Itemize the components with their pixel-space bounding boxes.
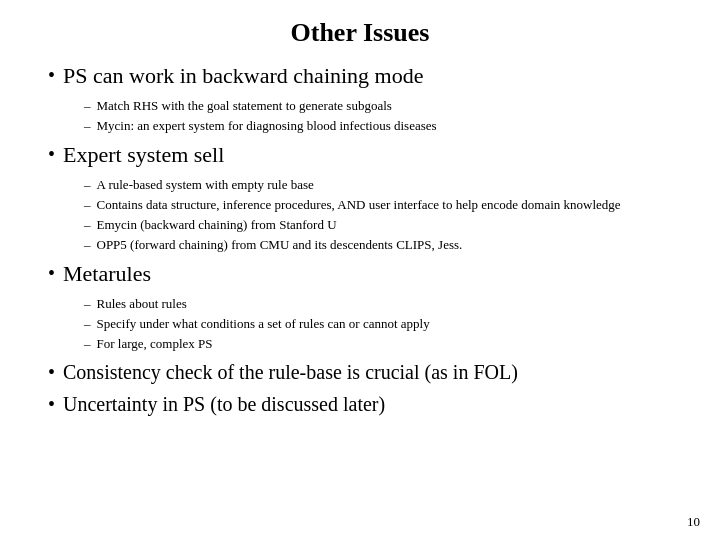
- bullet-symbol-0: •: [48, 62, 55, 88]
- sub-bullets-1: –A rule-based system with empty rule bas…: [84, 176, 672, 255]
- slide-page: Other Issues •PS can work in backward ch…: [0, 0, 720, 540]
- bullet-item-3: •Consistency check of the rule-base is c…: [48, 359, 672, 385]
- bullet-item-4: •Uncertainty in PS (to be discussed late…: [48, 391, 672, 417]
- sub-text-2-0: Rules about rules: [97, 295, 187, 313]
- bullet-text-2: Metarules: [63, 260, 151, 289]
- sub-text-1-1: Contains data structure, inference proce…: [97, 196, 621, 214]
- slide-title: Other Issues: [48, 18, 672, 48]
- page-number: 10: [687, 514, 700, 530]
- sub-bullet-1-3: –OPP5 (forward chaining) from CMU and it…: [84, 236, 672, 254]
- sub-bullet-1-2: –Emycin (backward chaining) from Stanfor…: [84, 216, 672, 234]
- sub-text-1-3: OPP5 (forward chaining) from CMU and its…: [97, 236, 463, 254]
- sub-bullet-2-1: –Specify under what conditions a set of …: [84, 315, 672, 333]
- sub-text-0-0: Match RHS with the goal statement to gen…: [97, 97, 392, 115]
- sub-bullets-0: –Match RHS with the goal statement to ge…: [84, 97, 672, 135]
- dash-icon: –: [84, 216, 91, 234]
- sub-bullet-2-2: –For large, complex PS: [84, 335, 672, 353]
- sub-text-0-1: Mycin: an expert system for diagnosing b…: [97, 117, 437, 135]
- dash-icon: –: [84, 295, 91, 313]
- sub-bullet-1-1: –Contains data structure, inference proc…: [84, 196, 672, 214]
- dash-icon: –: [84, 196, 91, 214]
- section-metarules: •Metarules–Rules about rules–Specify und…: [48, 260, 672, 353]
- bullet-text-0: PS can work in backward chaining mode: [63, 62, 423, 91]
- bullet-item-0: •PS can work in backward chaining mode: [48, 62, 672, 91]
- section-ps-backward: •PS can work in backward chaining mode–M…: [48, 62, 672, 135]
- bullet-symbol-2: •: [48, 260, 55, 286]
- bullet-item-1: •Expert system sell: [48, 141, 672, 170]
- sub-text-2-2: For large, complex PS: [97, 335, 213, 353]
- bullet-symbol-4: •: [48, 391, 55, 417]
- bullet-text-1: Expert system sell: [63, 141, 224, 170]
- sub-bullet-0-0: –Match RHS with the goal statement to ge…: [84, 97, 672, 115]
- sub-text-2-1: Specify under what conditions a set of r…: [97, 315, 430, 333]
- dash-icon: –: [84, 176, 91, 194]
- dash-icon: –: [84, 97, 91, 115]
- sub-bullet-1-0: –A rule-based system with empty rule bas…: [84, 176, 672, 194]
- sub-bullets-2: –Rules about rules–Specify under what co…: [84, 295, 672, 354]
- bullet-item-2: •Metarules: [48, 260, 672, 289]
- sub-bullet-2-0: –Rules about rules: [84, 295, 672, 313]
- bullet-text-4: Uncertainty in PS (to be discussed later…: [63, 391, 385, 417]
- bullet-symbol-3: •: [48, 359, 55, 385]
- sub-text-1-0: A rule-based system with empty rule base: [97, 176, 314, 194]
- section-expert-system: •Expert system sell–A rule-based system …: [48, 141, 672, 254]
- sub-bullet-0-1: –Mycin: an expert system for diagnosing …: [84, 117, 672, 135]
- dash-icon: –: [84, 117, 91, 135]
- section-consistency: •Consistency check of the rule-base is c…: [48, 359, 672, 385]
- content-area: •PS can work in backward chaining mode–M…: [48, 62, 672, 417]
- dash-icon: –: [84, 335, 91, 353]
- section-uncertainty: •Uncertainty in PS (to be discussed late…: [48, 391, 672, 417]
- dash-icon: –: [84, 236, 91, 254]
- dash-icon: –: [84, 315, 91, 333]
- sub-text-1-2: Emycin (backward chaining) from Stanford…: [97, 216, 337, 234]
- bullet-text-3: Consistency check of the rule-base is cr…: [63, 359, 518, 385]
- bullet-symbol-1: •: [48, 141, 55, 167]
